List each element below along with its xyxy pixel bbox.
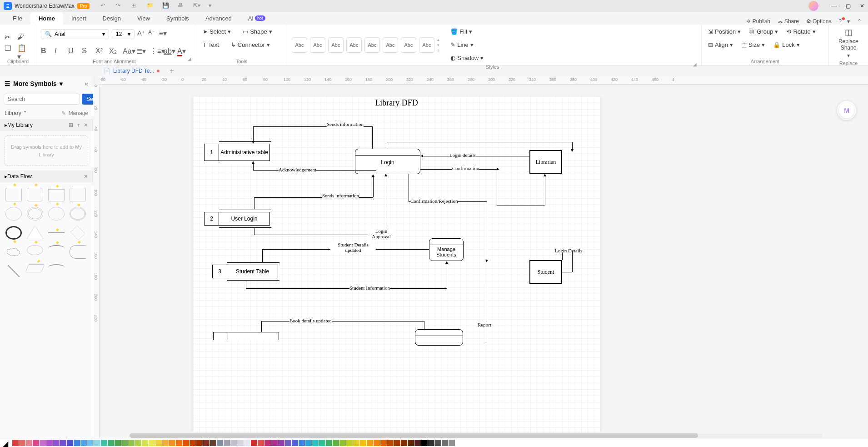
shape-diag-line[interactable] — [8, 265, 20, 277]
color-swatch[interactable] — [251, 440, 257, 446]
color-swatch[interactable] — [196, 440, 203, 446]
canvas-viewport[interactable]: Library DFD 1 Administrative table 2 Use… — [100, 85, 868, 432]
shape-circle[interactable] — [5, 207, 22, 221]
shape-diamond[interactable] — [70, 226, 85, 241]
color-swatch[interactable] — [60, 440, 66, 446]
style-8[interactable]: Abc — [419, 37, 434, 53]
color-swatch[interactable] — [278, 440, 284, 446]
color-swatch[interactable] — [408, 440, 414, 446]
label-book-updated[interactable]: Book details updated — [289, 318, 332, 323]
increase-font-icon[interactable]: A⁺ — [137, 29, 145, 37]
symbol-search-input[interactable] — [4, 94, 80, 105]
color-swatch[interactable] — [12, 440, 19, 446]
shape-rect2[interactable] — [70, 188, 86, 201]
dataflow-close-icon[interactable]: ✕ — [84, 173, 88, 180]
bullets-icon[interactable]: ⋮≡▾ — [150, 47, 158, 55]
tab-ai[interactable]: AIhot — [240, 12, 274, 25]
tab-home[interactable]: Home — [30, 12, 63, 25]
color-swatch[interactable] — [367, 440, 373, 446]
process-admin-table[interactable]: 1 Administrative table — [204, 144, 270, 161]
color-swatch[interactable] — [101, 440, 107, 446]
color-swatch[interactable] — [435, 440, 441, 446]
shape-round-rect[interactable] — [27, 188, 43, 201]
shape-ellipse[interactable] — [27, 245, 43, 255]
style-3[interactable]: Abc — [328, 37, 344, 53]
label-login-details2[interactable]: Login Details — [555, 248, 582, 253]
new-icon[interactable]: ⊞ — [131, 2, 139, 10]
color-swatch[interactable] — [264, 440, 271, 446]
color-swatch[interactable] — [87, 440, 94, 446]
color-swatch[interactable] — [401, 440, 407, 446]
user-avatar[interactable] — [808, 1, 818, 11]
color-swatch[interactable] — [19, 440, 25, 446]
text-align-icon[interactable]: ≡▾ — [159, 29, 167, 37]
text-tool[interactable]: T Text — [201, 40, 221, 50]
diagram-page[interactable]: Library DFD 1 Administrative table 2 Use… — [193, 96, 600, 432]
case-icon[interactable]: Aa▾ — [123, 47, 131, 55]
color-swatch[interactable] — [326, 440, 332, 446]
color-swatch[interactable] — [115, 440, 121, 446]
connector-tool[interactable]: ↳ Connector ▾ — [229, 40, 272, 50]
color-swatch[interactable] — [299, 440, 305, 446]
process-4-partial[interactable] — [213, 332, 279, 340]
color-swatch[interactable] — [108, 440, 114, 446]
shape-arc[interactable] — [48, 245, 65, 251]
color-swatch[interactable] — [128, 440, 135, 446]
color-swatch[interactable] — [421, 440, 428, 446]
horizontal-scrollbar[interactable] — [130, 433, 823, 438]
shape-left-bracket[interactable] — [70, 245, 86, 259]
color-swatch[interactable] — [244, 440, 250, 446]
shape-cloud[interactable] — [5, 245, 22, 259]
color-swatch[interactable] — [258, 440, 264, 446]
label-sends-1[interactable]: Sends information — [327, 121, 364, 127]
group-button[interactable]: ⿻ Group▾ — [747, 26, 780, 37]
decrease-font-icon[interactable]: A⁻ — [148, 29, 156, 37]
entity-librarian[interactable]: Librarian — [529, 150, 562, 174]
color-swatch[interactable] — [319, 440, 325, 446]
font-color-icon[interactable]: A▾ — [177, 47, 185, 55]
publish-button[interactable]: ✈ Publish — [747, 18, 770, 25]
shape-styles-gallery[interactable]: Abc Abc Abc Abc Abc Abc Abc Abc ▴ ▾ ≡ — [292, 37, 439, 53]
color-swatch[interactable] — [40, 440, 46, 446]
mylib-close-icon[interactable]: ✕ — [84, 122, 88, 128]
label-conf-rej[interactable]: Confirmation/Rejection — [410, 198, 458, 204]
styles-scroll-up[interactable]: ▴ — [437, 37, 439, 42]
doc-tab-library-dfd[interactable]: 📄 Library DFD Te... — [99, 66, 164, 75]
style-1[interactable]: Abc — [292, 37, 307, 53]
color-swatch[interactable] — [360, 440, 366, 446]
eyedropper-icon[interactable]: ◢ — [3, 439, 10, 447]
my-library-section[interactable]: ▸ My Library ⊞ + ✕ — [0, 119, 93, 131]
print-icon[interactable]: 🖶 — [178, 2, 185, 10]
color-swatch[interactable] — [271, 440, 278, 446]
color-swatch[interactable] — [67, 440, 73, 446]
color-swatch[interactable] — [169, 440, 175, 446]
color-swatch[interactable] — [285, 440, 291, 446]
strike-icon[interactable]: S — [82, 47, 90, 55]
shadow-button[interactable]: ◐ Shadow ▾ — [449, 53, 485, 63]
library-link[interactable]: Library ⌃ — [5, 110, 27, 116]
process-user-login[interactable]: 2 User Login — [204, 212, 270, 226]
color-swatch[interactable] — [230, 440, 237, 446]
style-2[interactable]: Abc — [310, 37, 325, 53]
share-button[interactable]: ⫘ Share — [778, 18, 799, 25]
process-student-table[interactable]: 3 Student Table — [212, 265, 278, 278]
panel-menu-icon[interactable]: ☰ — [5, 80, 10, 87]
shape-parallelogram[interactable] — [25, 264, 45, 272]
open-icon[interactable]: 📁 — [147, 2, 154, 10]
label-student-updated[interactable]: Student Details updated — [330, 242, 376, 253]
tab-symbols[interactable]: Symbols — [158, 12, 197, 25]
ai-fab-button[interactable]: M — [839, 103, 854, 118]
color-swatch[interactable] — [135, 440, 141, 446]
color-swatch[interactable] — [394, 440, 400, 446]
label-student-info[interactable]: Student Information — [349, 285, 390, 291]
shape-tool[interactable]: ▭ Shape ▾ — [241, 26, 274, 37]
color-swatch[interactable] — [292, 440, 298, 446]
tab-advanced[interactable]: Advanced — [197, 12, 240, 25]
select-tool[interactable]: ➤ Select ▾ — [201, 26, 233, 37]
color-swatch[interactable] — [312, 440, 319, 446]
color-swatch[interactable] — [387, 440, 394, 446]
entity-student[interactable]: Student — [529, 260, 562, 284]
color-swatch[interactable] — [449, 440, 455, 446]
color-swatch[interactable] — [121, 440, 128, 446]
style-7[interactable]: Abc — [401, 37, 416, 53]
